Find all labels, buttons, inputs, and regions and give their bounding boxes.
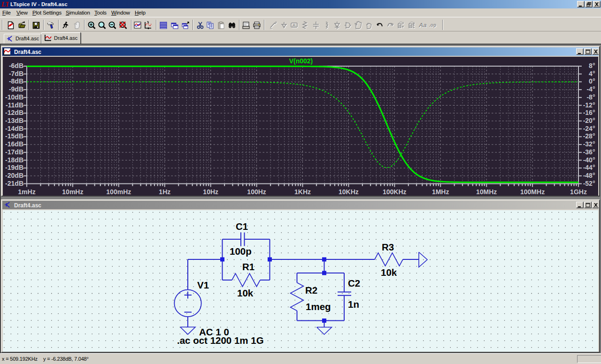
svg-text:1KHz: 1KHz [294,188,311,196]
svg-text:A: A [293,23,296,28]
svg-text:-4°: -4° [586,85,595,93]
svg-text:-8dB: -8dB [9,77,23,85]
svg-text:1n: 1n [348,299,359,310]
svg-text:-14dB: -14dB [5,125,23,132]
svg-text:-12dB: -12dB [5,109,23,116]
svg-text:-44°: -44° [583,164,595,171]
svg-text:10KHz: 10KHz [339,188,359,196]
svg-text:1GHz: 1GHz [570,188,587,196]
svg-text:-8°: -8° [586,93,595,101]
svg-text:100Hz: 100Hz [247,188,266,196]
svg-text:R1: R1 [242,261,254,272]
svg-text:-52°: -52° [583,180,595,187]
svg-text:-6dB: -6dB [9,62,23,69]
svg-text:.ac oct 1200 1m 1G: .ac oct 1200 1m 1G [177,335,264,346]
svg-text:-19dB: -19dB [5,164,23,171]
svg-text:-24°: -24° [583,125,595,132]
svg-text:R3: R3 [382,242,394,252]
svg-text:4°: 4° [589,70,595,77]
svg-text:10mHz: 10mHz [62,188,83,196]
svg-text:1Hz: 1Hz [159,188,170,196]
svg-text:-16dB: -16dB [5,140,23,148]
svg-text:100p: 100p [230,246,252,257]
svg-text:100KHz: 100KHz [383,188,407,196]
svg-text:1mHz: 1mHz [18,188,35,196]
svg-text:V1: V1 [197,280,209,290]
svg-text:R2: R2 [305,285,317,296]
svg-text:10Hz: 10Hz [203,188,218,196]
svg-text:-9dB: -9dB [9,85,23,93]
svg-text:-20°: -20° [583,117,595,124]
svg-text:-28°: -28° [583,132,595,140]
svg-text:-48°: -48° [583,172,595,179]
svg-text:-12°: -12° [583,101,595,109]
svg-text:-17dB: -17dB [5,148,23,156]
svg-text:-13dB: -13dB [5,117,23,124]
svg-text:LT: LT [1,1,9,8]
svg-text:-32°: -32° [583,140,595,148]
svg-text:-21dB: -21dB [5,180,23,187]
svg-text:C1: C1 [236,221,248,232]
svg-text:-15dB: -15dB [5,132,23,140]
svg-text:.op: .op [429,23,436,28]
svg-text:-16°: -16° [583,109,595,116]
svg-text:Aa: Aa [418,22,427,29]
svg-text:-18dB: -18dB [5,156,23,164]
svg-text:100MHz: 100MHz [520,188,545,196]
svg-text:8°: 8° [589,62,595,69]
svg-text:-7dB: -7dB [9,70,23,77]
svg-text:10MHz: 10MHz [476,188,497,196]
svg-text:1MHz: 1MHz [432,188,449,196]
svg-text:-11dB: -11dB [6,101,23,109]
svg-text:100mHz: 100mHz [106,188,131,196]
svg-text:0°: 0° [589,77,595,85]
svg-text:10k: 10k [237,288,254,298]
svg-text:1meg: 1meg [306,301,331,312]
svg-text:C2: C2 [348,278,360,288]
svg-text:-10dB: -10dB [5,93,23,101]
svg-text:10k: 10k [381,267,397,278]
svg-text:-20dB: -20dB [5,172,23,179]
svg-text:-36°: -36° [583,148,595,156]
svg-text:V(n002): V(n002) [289,57,313,65]
svg-text:-40°: -40° [583,156,595,164]
